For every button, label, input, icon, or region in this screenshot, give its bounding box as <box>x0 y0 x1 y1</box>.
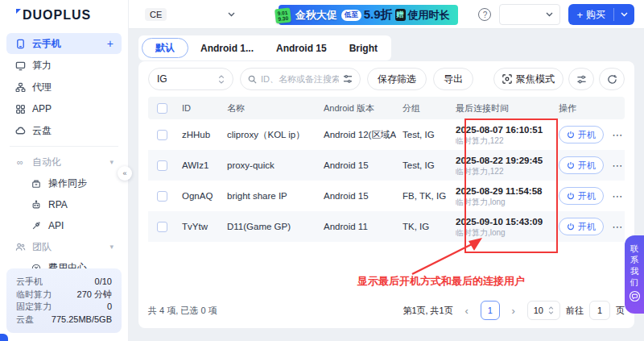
sidebar-item-app[interactable]: APP <box>6 98 122 119</box>
table-row: AWIz1 proxy-quick Android 15 Test, IG 20… <box>148 150 625 181</box>
column-header-actions: 操作 <box>552 102 625 114</box>
tab-default[interactable]: 默认 <box>142 38 188 58</box>
proxy-icon <box>14 81 26 93</box>
column-header-id: ID <box>175 103 221 113</box>
sidebar-item-rpa[interactable]: RPA <box>6 194 122 214</box>
select-all-checkbox[interactable] <box>157 103 167 114</box>
cell-name: cliproxy（KOL ip） <box>221 129 317 141</box>
last-connect-detail: 临时算力,long <box>456 197 552 207</box>
goto-label: 前往 <box>566 305 584 317</box>
sidebar-item-compute[interactable]: 算力 <box>6 55 122 76</box>
sidebar-item-op-sync[interactable]: 操作同步 <box>6 173 122 193</box>
sidebar-item-label: APP <box>32 103 52 114</box>
sidebar-item-label: 算力 <box>32 59 52 73</box>
sidebar-item-api[interactable]: API <box>6 215 122 235</box>
power-on-button[interactable]: 开机 <box>559 218 604 235</box>
row-checkbox[interactable] <box>157 160 167 171</box>
promo-tag: 低至 <box>341 10 361 21</box>
select-arrows-icon <box>218 75 225 84</box>
settings-sliders-icon <box>576 74 587 85</box>
last-connect-time: 2025-08-29 11:54:58 <box>456 185 552 197</box>
sidebar-item-label: 代理 <box>32 81 52 94</box>
power-on-button[interactable]: 开机 <box>559 126 604 143</box>
sidebar: DUOPLUS 云手机 + 算力 代理 APP 云盘 ∞ 自动化 <box>0 0 129 341</box>
cell-last-connect: 2025-08-07 16:10:51 临时算力,122 <box>449 124 552 146</box>
page-size-select[interactable]: 10 <box>527 301 560 320</box>
group-filter-select[interactable]: IG <box>148 68 233 90</box>
help-icon[interactable]: ? <box>478 8 491 21</box>
filter-toolbar: IG ID、名称或备注搜索 保存筛选 导出 聚焦模式 <box>148 68 625 90</box>
chat-widget-cutoff[interactable] <box>0 334 8 341</box>
buy-button-label: 购买 <box>586 8 605 22</box>
sidebar-group-automation[interactable]: ∞ 自动化 ▾ <box>6 152 122 173</box>
power-icon <box>567 131 575 139</box>
stat-cloud-phone: 云手机0/10 <box>16 276 112 289</box>
api-icon <box>31 220 42 231</box>
buy-button[interactable]: + 购买 <box>568 4 634 25</box>
save-filter-button[interactable]: 保存筛选 <box>367 68 427 90</box>
cell-actions: 开机 ⋯ <box>552 187 625 205</box>
prev-page-icon[interactable]: ‹ <box>459 301 475 319</box>
tab-bright[interactable]: Bright <box>339 40 388 57</box>
promo-banner[interactable]: 9.01 9.30 金秋大促 低至 5.9折 赠 使用时长 <box>279 5 458 25</box>
stat-temp-compute: 临时算力270 分钟 <box>16 289 112 301</box>
brand-name: DUOPLUS <box>23 8 91 23</box>
add-phone-icon[interactable]: + <box>107 37 114 50</box>
power-on-button[interactable]: 开机 <box>559 156 604 174</box>
row-checkbox[interactable] <box>157 222 167 232</box>
search-placeholder: ID、名称或备注搜索 <box>261 73 339 85</box>
next-page-icon[interactable]: › <box>506 301 522 319</box>
last-connect-detail: 临时算力,122 <box>456 166 552 177</box>
quota-stats-card: 云手机0/10 临时算力270 分钟 固定算力0 云盘775.25MB/5GB <box>6 268 122 333</box>
power-icon <box>567 161 575 169</box>
group-tabs: 默认 Android 1... Android 15 Bright <box>138 35 391 60</box>
contact-us-tab[interactable]: 联系我们 <box>625 235 644 314</box>
row-checkbox[interactable] <box>157 191 167 202</box>
chevron-down-icon: ▾ <box>109 243 114 251</box>
more-actions-icon[interactable]: ⋯ <box>612 190 623 202</box>
cell-last-connect: 2025-08-22 19:29:45 临时算力,122 <box>449 155 552 177</box>
topbar: CE 9.01 9.30 金秋大促 低至 5.9折 赠 使用时长 ? + 购买 <box>129 0 644 29</box>
chevron-down-icon[interactable] <box>614 4 634 25</box>
table-header-row: ID 名称 Android 版本 分组 最后连接时间 操作 <box>148 97 625 119</box>
tab-android-1[interactable]: Android 1... <box>190 40 264 57</box>
promo-discount: 5.9折 <box>364 7 393 23</box>
more-actions-icon[interactable]: ⋯ <box>612 221 623 233</box>
stat-value: 0/10 <box>95 276 112 289</box>
row-checkbox[interactable] <box>157 130 167 140</box>
export-button[interactable]: 导出 <box>433 68 473 90</box>
search-icon <box>248 75 257 84</box>
cell-group: TK, IG <box>396 222 449 231</box>
phone-table: ID 名称 Android 版本 分组 最后连接时间 操作 zHHub clip… <box>148 97 625 242</box>
sidebar-group-team[interactable]: 团队 ▾ <box>6 236 122 257</box>
table-row: zHHub cliproxy（KOL ip） Android 12(区域A) T… <box>148 119 625 150</box>
cell-group: Test, IG <box>396 130 449 139</box>
table-row: TvYtw D11(Game GP) Android 11 TK, IG 202… <box>148 211 625 242</box>
search-input[interactable]: ID、名称或备注搜索 <box>240 68 361 90</box>
stat-label: 临时算力 <box>16 289 52 301</box>
power-on-button[interactable]: 开机 <box>559 187 604 205</box>
tab-android-15[interactable]: Android 15 <box>266 40 337 57</box>
focus-mode-button[interactable]: 聚焦模式 <box>493 68 564 90</box>
workspace-select[interactable]: CE <box>138 4 242 25</box>
refresh-button[interactable] <box>599 68 625 90</box>
sidebar-item-cloud-disk[interactable]: 云盘 <box>6 120 122 141</box>
more-actions-icon[interactable]: ⋯ <box>612 129 623 141</box>
stat-label: 云手机 <box>16 276 43 289</box>
sidebar-item-cloud-phone[interactable]: 云手机 + <box>6 33 122 54</box>
current-page-button[interactable]: 1 <box>481 301 500 320</box>
sidebar-item-proxy[interactable]: 代理 <box>6 77 122 98</box>
column-settings-button[interactable] <box>568 68 594 90</box>
power-on-label: 开机 <box>578 190 596 202</box>
sidebar-collapse-button[interactable]: « <box>118 166 132 181</box>
column-header-name: 名称 <box>221 102 317 114</box>
page-info: 第1页, 共1页 <box>402 305 452 317</box>
focus-mode-icon <box>502 74 512 84</box>
goto-page-input[interactable] <box>589 301 610 320</box>
topbar-select[interactable] <box>499 4 560 25</box>
more-actions-icon[interactable]: ⋯ <box>612 160 623 172</box>
cell-actions: 开机 ⋯ <box>552 156 625 174</box>
brand-logo: DUOPLUS <box>0 0 128 31</box>
cloud-disk-icon <box>14 125 26 136</box>
advanced-filter-icon[interactable] <box>343 74 353 84</box>
